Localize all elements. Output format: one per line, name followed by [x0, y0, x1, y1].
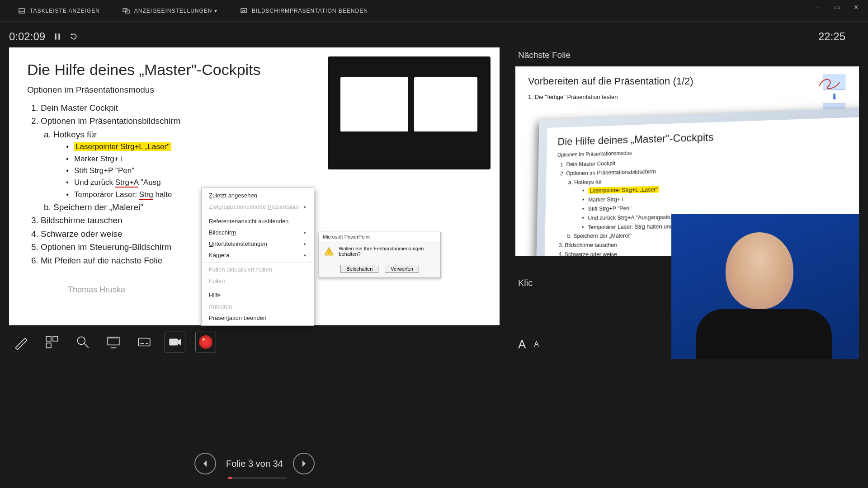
font-decrease-button[interactable]: A: [534, 340, 539, 354]
ctx-screen[interactable]: Bildschirm▸: [202, 227, 314, 238]
ctx-pause: Anhalten: [202, 301, 314, 312]
minimize-button[interactable]: —: [814, 4, 821, 11]
ctx-audience: Zielgruppenorientierte Präsentation▸: [202, 201, 314, 212]
camera-button[interactable]: [165, 332, 185, 352]
svg-rect-11: [53, 336, 58, 341]
dialog-discard-button[interactable]: Verwerfen: [385, 265, 419, 273]
slide-counter: Folie 3 von 34: [226, 459, 283, 469]
zoom-tool-button[interactable]: [72, 332, 93, 352]
svg-rect-20: [169, 339, 178, 346]
taskbar-icon: [18, 7, 25, 14]
ctx-help[interactable]: Hilfe: [202, 290, 314, 301]
next-slide-line: 1. Die "fertige" Präsentation testen: [528, 94, 846, 100]
ctx-last-viewed[interactable]: Zuletzt angesehen: [202, 190, 314, 201]
ctx-keep-updated: Folien aktualisiert halten: [202, 264, 314, 275]
slide-progress: [228, 477, 287, 479]
font-size-controls: A A: [518, 338, 539, 352]
svg-rect-17: [138, 338, 150, 346]
next-slide-heading: Nächste Folie: [518, 50, 859, 60]
pause-timer-button[interactable]: [53, 33, 61, 41]
black-screen-button[interactable]: [103, 332, 124, 352]
display-settings-label: ANZEIGEEINSTELLUNGEN ▾: [134, 8, 217, 14]
svg-text:!: !: [328, 249, 330, 255]
reset-timer-button[interactable]: [70, 33, 78, 41]
svg-line-14: [84, 343, 89, 348]
font-increase-button[interactable]: A: [518, 338, 526, 352]
wall-clock: 22:25: [818, 30, 845, 43]
prev-slide-button[interactable]: [194, 453, 216, 474]
svg-rect-0: [19, 9, 24, 13]
slide-monitor-graphic: [328, 56, 491, 169]
slide-nav: Folie 3 von 34: [194, 453, 315, 474]
dialog-keep-button[interactable]: Beibehalten: [340, 265, 378, 273]
next-slide-button[interactable]: [293, 453, 315, 474]
record-icon: [199, 335, 212, 349]
dialog-message: Wollen Sie Ihre Freihandanmerkungen beha…: [339, 246, 436, 257]
svg-rect-10: [46, 336, 51, 341]
camera-pip[interactable]: [671, 214, 859, 359]
see-all-slides-button[interactable]: [42, 332, 62, 352]
svg-point-13: [77, 337, 85, 344]
record-button[interactable]: [195, 332, 216, 352]
close-button[interactable]: ✕: [854, 4, 859, 11]
subtitle-button[interactable]: [134, 332, 155, 352]
svg-rect-8: [58, 33, 60, 40]
end-icon: [240, 7, 247, 14]
show-taskbar-label: TASKLEISTE ANZEIGEN: [30, 8, 100, 14]
dialog-title: Microsoft PowerPoint: [319, 232, 440, 241]
pen-tool-button[interactable]: [11, 332, 32, 352]
ctx-end[interactable]: Präsentation beenden: [202, 312, 314, 324]
ctx-camera[interactable]: Kamera▸: [202, 249, 314, 261]
keep-ink-dialog: Microsoft PowerPoint ! Wollen Sie Ihre F…: [319, 232, 441, 278]
ctx-folien: Folien: [202, 275, 314, 286]
next-slide-title: Vorbereiten auf die Präsentation (1/2): [528, 75, 846, 87]
ctx-subtitles[interactable]: Untertiteleinstellungen▸: [202, 238, 314, 249]
timer-row: 0:02:09 22:25: [0, 22, 868, 47]
presenter-topbar: TASKLEISTE ANZEIGEN ANZEIGEEINSTELLUNGEN…: [0, 0, 868, 22]
ctx-hide-presenter[interactable]: Referentenansicht ausblenden: [202, 216, 314, 227]
presenter-tools: [9, 325, 502, 359]
notes-placeholder: Klic: [518, 278, 533, 288]
context-menu: Zuletzt angesehen Zielgruppenorientierte…: [201, 188, 314, 326]
display-settings-button[interactable]: ANZEIGEEINSTELLUNGEN ▾: [123, 7, 217, 14]
warning-icon: !: [324, 246, 334, 258]
maximize-button[interactable]: ▭: [834, 4, 840, 11]
end-show-label: BILDSCHIRMPRÄSENTATION BEENDEN: [252, 8, 368, 14]
show-taskbar-button[interactable]: TASKLEISTE ANZEIGEN: [18, 7, 100, 14]
end-show-button[interactable]: BILDSCHIRMPRÄSENTATION BEENDEN: [240, 7, 368, 14]
display-icon: [123, 7, 130, 14]
svg-rect-12: [46, 343, 51, 348]
svg-rect-7: [55, 33, 56, 40]
hotkey-line: Und zurück Strg+A "Ausg: [66, 177, 481, 188]
elapsed-time: 0:02:09: [9, 30, 45, 43]
